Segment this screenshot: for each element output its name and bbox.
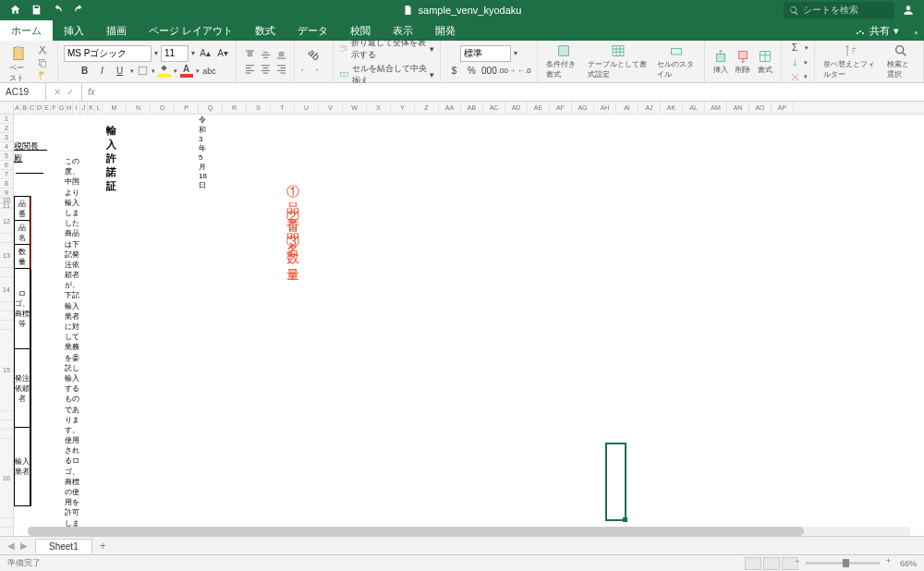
number-group: ▾ $ % 000 .00→ ←.0 bbox=[441, 41, 538, 82]
delete-cells-button[interactable]: 削除 bbox=[733, 49, 753, 75]
ribbon-tabs: ホーム 挿入 描画 ページ レイアウト 数式 データ 校閲 表示 開発 共有 ▾… bbox=[0, 20, 924, 41]
alignment-group bbox=[237, 41, 295, 82]
column-headers[interactable]: ABCDEFGHIJKLMNOPQRSTUVWXYZAAABACADAEAFAG… bbox=[14, 102, 924, 115]
search-icon bbox=[789, 6, 799, 16]
label-suryo: 数 量 bbox=[15, 245, 30, 269]
insert-cells-button[interactable]: 挿入 bbox=[711, 49, 731, 75]
cell-client[interactable] bbox=[30, 349, 31, 428]
increase-decimal-icon[interactable]: .00→ bbox=[499, 64, 514, 79]
label-hinmei: 品 名 bbox=[15, 221, 30, 245]
wrap-text-button[interactable]: 折り返して全体を表示する ▾ bbox=[339, 37, 434, 61]
decrease-indent-icon[interactable] bbox=[300, 64, 312, 76]
cut-icon[interactable] bbox=[37, 44, 48, 55]
ribbon: ペースト ▾ ▾ A▴ A▾ B I U ▾ ▾ ▾ A ▾ abc bbox=[0, 41, 924, 83]
paste-button[interactable]: ペースト bbox=[6, 43, 31, 85]
sheet-nav-next-icon[interactable]: ▶ bbox=[20, 541, 28, 551]
svg-rect-10 bbox=[671, 48, 681, 55]
cell-styles-button[interactable]: セルのスタイル bbox=[654, 43, 699, 79]
sheet-nav-prev-icon[interactable]: ◀ bbox=[7, 541, 15, 551]
svg-rect-0 bbox=[14, 47, 23, 59]
tab-data[interactable]: データ bbox=[286, 20, 339, 41]
tab-insert[interactable]: 挿入 bbox=[53, 20, 95, 41]
add-sheet-button[interactable]: + bbox=[92, 540, 114, 553]
label-hinban: 品 番 bbox=[15, 197, 30, 221]
search-sheets-input[interactable]: シートを検索 bbox=[784, 2, 894, 18]
tab-formulas[interactable]: 数式 bbox=[244, 20, 286, 41]
cell-hinban[interactable] bbox=[30, 197, 31, 221]
align-middle-icon[interactable] bbox=[258, 48, 273, 61]
svg-rect-8 bbox=[558, 46, 568, 56]
cell-hinmei[interactable] bbox=[30, 221, 31, 245]
autosum-icon[interactable]: Σ bbox=[787, 41, 802, 55]
decrease-font-icon[interactable]: A▾ bbox=[215, 46, 230, 61]
name-box[interactable]: AC19 bbox=[0, 83, 46, 101]
sheet-tab-bar: ◀ ▶ Sheet1 + bbox=[0, 536, 924, 554]
worksheet-area[interactable]: ABCDEFGHIJKLMNOPQRSTUVWXYZAAABACADAEAFAG… bbox=[0, 102, 924, 536]
tab-home[interactable]: ホーム bbox=[0, 20, 53, 41]
increase-font-icon[interactable]: A▴ bbox=[198, 46, 213, 61]
select-all-corner[interactable] bbox=[0, 102, 14, 115]
fill-icon[interactable] bbox=[789, 57, 801, 69]
cell-canvas[interactable]: 令和3年 5月 18日 輸 入 許 諾 証 税関長 殿 この度、中国より輸入しま… bbox=[14, 115, 924, 536]
clear-icon[interactable] bbox=[789, 71, 801, 83]
enter-formula-icon[interactable]: ✓ bbox=[67, 87, 74, 97]
zoom-level[interactable]: 66% bbox=[900, 559, 917, 568]
format-cells-button[interactable]: 書式 bbox=[755, 49, 775, 75]
doc-addressee: 税関長 殿 bbox=[14, 140, 43, 174]
border-icon[interactable] bbox=[137, 65, 149, 77]
undo-icon[interactable] bbox=[52, 4, 64, 18]
home-icon[interactable] bbox=[9, 4, 21, 18]
align-center-icon[interactable] bbox=[258, 62, 273, 75]
cancel-formula-icon[interactable]: ✕ bbox=[54, 87, 61, 97]
sort-filter-button[interactable]: 並べ替えとフィルター bbox=[821, 43, 882, 79]
zoom-slider[interactable] bbox=[806, 562, 880, 565]
orientation-icon[interactable]: ab bbox=[303, 44, 324, 66]
find-select-button[interactable]: 検索と選択 bbox=[884, 43, 918, 79]
formula-bar: AC19 ✕ ✓ fx bbox=[0, 83, 924, 102]
sheet-tab-1[interactable]: Sheet1 bbox=[35, 539, 92, 553]
font-size-select[interactable] bbox=[161, 45, 188, 62]
comma-icon[interactable]: 000 bbox=[481, 64, 496, 79]
redo-icon[interactable] bbox=[73, 4, 85, 18]
view-buttons[interactable] bbox=[745, 557, 798, 570]
file-icon bbox=[403, 5, 414, 16]
row-headers[interactable]: 1234567891011121314151617181920 bbox=[0, 115, 14, 536]
label-importer: 輸入業者 bbox=[15, 428, 30, 506]
quick-access-toolbar bbox=[0, 4, 85, 18]
fill-color-button[interactable] bbox=[158, 64, 171, 78]
bold-button[interactable]: B bbox=[78, 64, 92, 79]
font-color-button[interactable]: A bbox=[180, 64, 193, 78]
tab-draw[interactable]: 描画 bbox=[95, 20, 138, 41]
italic-button[interactable]: I bbox=[95, 64, 110, 79]
decrease-decimal-icon[interactable]: ←.0 bbox=[517, 64, 531, 79]
cell-importer[interactable] bbox=[30, 428, 31, 506]
format-as-table-button[interactable]: テーブルとして書式設定 bbox=[585, 43, 652, 79]
svg-rect-12 bbox=[738, 51, 747, 58]
tab-page-layout[interactable]: ページ レイアウト bbox=[138, 20, 244, 41]
collapse-ribbon-icon[interactable]: ˄ bbox=[908, 30, 924, 41]
align-top-icon[interactable] bbox=[242, 48, 257, 61]
cell-logo[interactable] bbox=[30, 269, 31, 349]
percent-icon[interactable]: % bbox=[464, 64, 479, 79]
align-left-icon[interactable] bbox=[242, 62, 257, 75]
align-bottom-icon[interactable] bbox=[274, 48, 288, 61]
save-icon[interactable] bbox=[30, 4, 43, 18]
increase-indent-icon[interactable] bbox=[315, 64, 327, 76]
status-bar: 準備完了 66% bbox=[0, 554, 924, 571]
underline-button[interactable]: U bbox=[113, 64, 128, 79]
copy-icon[interactable] bbox=[37, 57, 48, 68]
user-icon[interactable] bbox=[902, 4, 915, 17]
font-name-select[interactable] bbox=[64, 45, 152, 62]
number-format-select[interactable] bbox=[460, 45, 511, 62]
fx-icon[interactable]: fx bbox=[82, 87, 101, 97]
cell-suryo[interactable] bbox=[30, 245, 31, 269]
format-painter-icon[interactable] bbox=[37, 70, 48, 81]
share-button[interactable]: 共有 ▾ bbox=[845, 21, 908, 41]
phonetic-icon[interactable]: abc bbox=[202, 64, 217, 79]
horizontal-scrollbar[interactable] bbox=[28, 527, 910, 536]
svg-rect-1 bbox=[17, 46, 21, 49]
align-right-icon[interactable] bbox=[274, 62, 288, 75]
active-cell-selection bbox=[605, 443, 626, 521]
conditional-format-button[interactable]: 条件付き書式 bbox=[543, 43, 582, 79]
currency-icon[interactable]: $ bbox=[446, 64, 461, 79]
